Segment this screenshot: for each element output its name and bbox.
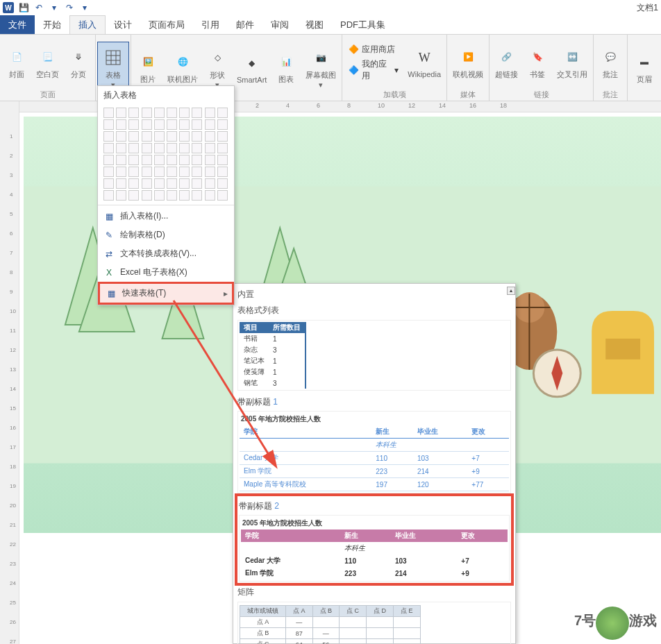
group-page: 页面 — [1, 89, 94, 101]
tab-mail[interactable]: 邮件 — [228, 15, 262, 34]
pencil-icon: ✎ — [103, 230, 115, 241]
table-icon: ▦ — [103, 211, 115, 222]
undo-icon[interactable]: ↶ — [33, 2, 44, 13]
watermark: 7号游戏 — [574, 607, 657, 640]
crossref-button[interactable]: ↔️交叉引用 — [553, 36, 592, 89]
group-media: 媒体 — [449, 89, 487, 101]
highlighted-selection: 带副标题 2 2005 年地方院校招生人数 学院新生毕业生更改本科生Cedar … — [235, 493, 514, 586]
my-addins-button[interactable]: 🔷 我的应用 ▾ — [348, 58, 399, 83]
quick-tables-item[interactable]: ▦快速表格(T)▸ — [98, 282, 234, 305]
table-dropdown: 插入表格 ▦插入表格(I)... ✎绘制表格(D) ⇄文本转换成表格(V)...… — [97, 85, 235, 305]
builtin-label: 内置 — [236, 287, 512, 303]
subtitle2-label: 带副标题 2 — [237, 496, 511, 514]
tabular-list-preview[interactable]: 项目所需数目书籍1杂志3笔记本1便笺簿1钢笔3 — [237, 320, 511, 391]
wikipedia-button[interactable]: WWikipedia — [403, 36, 445, 89]
qa-customize-icon[interactable]: ▾ — [79, 2, 90, 13]
scroll-up-icon[interactable]: ▴ — [507, 287, 515, 295]
cover-page-button[interactable]: 📄封面 — [1, 36, 32, 89]
tab-layout[interactable]: 页面布局 — [140, 15, 193, 34]
word-icon: W — [3, 2, 14, 13]
draw-table-item[interactable]: ✎绘制表格(D) — [98, 226, 234, 244]
subtitle1-preview[interactable]: 2005 年地方院校招生人数 学院新生毕业生更改本科生Cedar 大学11010… — [237, 411, 511, 493]
quick-table-icon: ▦ — [106, 288, 117, 299]
hyperlink-button[interactable]: 🔗超链接 — [491, 36, 522, 89]
ribbon-tabs: 文件 开始 插入 设计 页面布局 引用 邮件 审阅 视图 PDF工具集 — [0, 15, 661, 35]
group-links: 链接 — [491, 89, 592, 101]
matrix-preview[interactable]: 城市或城镇点 A点 B点 C点 D点 E点 A—点 B87—点 C6456—点 … — [237, 602, 511, 644]
quick-tables-panel: ▴ 内置 表格式列表 项目所需数目书籍1杂志3笔记本1便笺簿1钢笔3 带副标题 … — [233, 283, 516, 644]
tab-view[interactable]: 视图 — [297, 15, 332, 34]
excel-spreadsheet-item[interactable]: XExcel 电子表格(X) — [98, 263, 234, 282]
group-comments: 批注 — [595, 89, 626, 101]
save-icon[interactable]: 💾 — [18, 2, 29, 13]
tab-references[interactable]: 引用 — [193, 15, 228, 34]
svg-rect-20 — [605, 339, 640, 359]
page-break-button[interactable]: ⤋分页 — [63, 36, 94, 89]
title-bar: W 💾 ↶ ▾ ↷ ▾ 文档1 — [0, 0, 661, 15]
group-addins: 加载项 — [344, 89, 445, 101]
header-button[interactable]: ▬页眉 — [629, 42, 660, 94]
smartart-button[interactable]: ◆SmartArt — [233, 42, 271, 94]
screenshot-button[interactable]: 📷屏幕截图▾ — [301, 42, 340, 94]
tab-home[interactable]: 开始 — [35, 15, 69, 34]
tab-review[interactable]: 审阅 — [262, 15, 297, 34]
redo-icon[interactable]: ↷ — [64, 2, 75, 13]
submenu-arrow-icon: ▸ — [224, 289, 228, 298]
subtitle1-label: 带副标题 1 — [236, 392, 512, 409]
undo-more-icon[interactable]: ▾ — [49, 2, 60, 13]
bookmark-button[interactable]: 🔖书签 — [522, 36, 553, 89]
document-name: 文档1 — [637, 2, 658, 14]
style1-title: 2005 年地方院校招生人数 — [241, 414, 508, 424]
chart-button[interactable]: 📊图表 — [271, 42, 301, 94]
tab-insert[interactable]: 插入 — [69, 15, 106, 34]
subtitle2-preview[interactable]: 2005 年地方院校招生人数 学院新生毕业生更改本科生Cedar 大学11010… — [239, 515, 510, 582]
blank-page-button[interactable]: 📃空白页 — [32, 36, 63, 89]
convert-text-item[interactable]: ⇄文本转换成表格(V)... — [98, 244, 234, 263]
dropdown-title: 插入表格 — [98, 86, 234, 105]
tab-file[interactable]: 文件 — [0, 15, 35, 34]
comment-button[interactable]: 💬批注 — [595, 36, 626, 89]
online-video-button[interactable]: ▶️联机视频 — [449, 36, 487, 89]
style2-title: 2005 年地方院校招生人数 — [242, 518, 506, 528]
table-grid-picker[interactable] — [98, 105, 234, 203]
matrix-label: 矩阵 — [236, 584, 512, 600]
convert-icon: ⇄ — [103, 248, 115, 260]
tab-design[interactable]: 设计 — [106, 15, 140, 34]
excel-icon: X — [103, 267, 115, 278]
tabular-list-label: 表格式列表 — [236, 303, 512, 319]
vertical-ruler[interactable]: 1234567891011121314151617181920212223242… — [0, 101, 19, 644]
tab-pdf[interactable]: PDF工具集 — [332, 15, 394, 34]
app-store-button[interactable]: 🔶 应用商店 — [348, 43, 399, 56]
svg-rect-0 — [106, 51, 120, 65]
insert-table-item[interactable]: ▦插入表格(I)... — [98, 207, 234, 226]
